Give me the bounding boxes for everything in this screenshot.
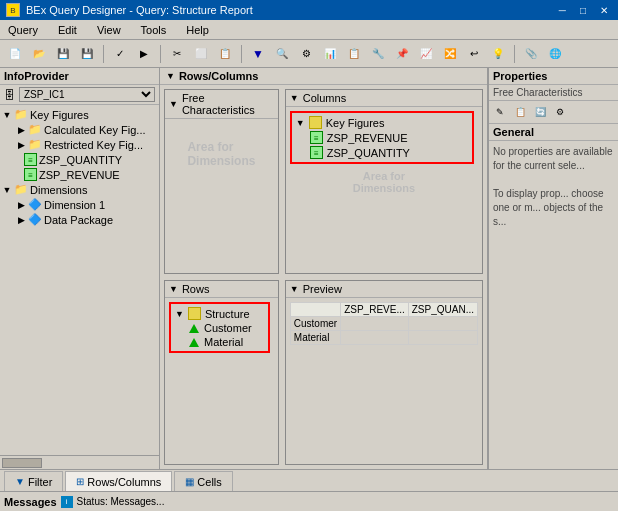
rows-header: ▼ Rows bbox=[165, 281, 278, 298]
menu-help[interactable]: Help bbox=[182, 23, 213, 37]
tb8[interactable]: 🔀 bbox=[439, 43, 461, 65]
folder-icon: 📁 bbox=[14, 108, 28, 121]
new-btn[interactable]: 📄 bbox=[4, 43, 26, 65]
tb3[interactable]: 📊 bbox=[319, 43, 341, 65]
close-btn[interactable]: ✕ bbox=[596, 5, 612, 16]
bottom-tabs: ▼ Filter ⊞ Rows/Columns ▦ Cells bbox=[0, 469, 618, 491]
tb7[interactable]: 📈 bbox=[415, 43, 437, 65]
cut-btn[interactable]: ✂ bbox=[166, 43, 188, 65]
open-btn[interactable]: 📂 bbox=[28, 43, 50, 65]
tb6[interactable]: 📌 bbox=[391, 43, 413, 65]
grid-icon: ⊞ bbox=[76, 476, 84, 487]
props-tb1[interactable]: ✎ bbox=[491, 103, 509, 121]
dim-icon: 🔷 bbox=[28, 213, 42, 226]
copy-btn[interactable]: ⬜ bbox=[190, 43, 212, 65]
check-btn[interactable]: ✓ bbox=[109, 43, 131, 65]
dim-icon: 🔷 bbox=[28, 198, 42, 211]
row-customer[interactable]: Customer bbox=[173, 321, 266, 335]
preview-body: ZSP_REVE... ZSP_QUAN... Customer bbox=[286, 298, 482, 358]
prev-expand[interactable]: ▼ bbox=[290, 284, 299, 294]
row-structure[interactable]: ▼ Structure bbox=[173, 306, 266, 321]
preview-cell-3 bbox=[341, 331, 409, 345]
props-tb4[interactable]: ⚙ bbox=[551, 103, 569, 121]
preview-section: ▼ Preview ZSP_REVE... ZSP_QUAN... bbox=[285, 280, 483, 465]
filter-btn[interactable]: ▼ bbox=[247, 43, 269, 65]
folder-icon: 📁 bbox=[14, 183, 28, 196]
col-zsp-revenue[interactable]: ≡ ZSP_REVENUE bbox=[294, 130, 470, 145]
props-toolbar: ✎ 📋 🔄 ⚙ bbox=[489, 101, 618, 124]
props-hint: To display prop... choose one or m... ob… bbox=[493, 187, 614, 229]
preview-table: ZSP_REVE... ZSP_QUAN... Customer bbox=[290, 302, 478, 345]
tb9[interactable]: ↩ bbox=[463, 43, 485, 65]
tree-data-package[interactable]: ▶ 🔷 Data Package bbox=[2, 212, 157, 227]
structure-icon bbox=[188, 307, 201, 320]
tb5[interactable]: 🔧 bbox=[367, 43, 389, 65]
scroll-thumb[interactable] bbox=[2, 458, 42, 468]
tab-rows-columns[interactable]: ⊞ Rows/Columns bbox=[65, 471, 172, 491]
save-btn[interactable]: 💾 bbox=[52, 43, 74, 65]
tb4[interactable]: 📋 bbox=[343, 43, 365, 65]
sep3 bbox=[241, 45, 242, 63]
query-btn[interactable]: 🔍 bbox=[271, 43, 293, 65]
kf-icon: ≡ bbox=[24, 153, 37, 166]
props-tb3[interactable]: 🔄 bbox=[531, 103, 549, 121]
menu-edit[interactable]: Edit bbox=[54, 23, 81, 37]
infoprovider-scrollbar[interactable] bbox=[0, 455, 159, 469]
sep1 bbox=[103, 45, 104, 63]
tb12[interactable]: 🌐 bbox=[544, 43, 566, 65]
structure-icon bbox=[309, 116, 322, 129]
preview-cell-1 bbox=[341, 317, 409, 331]
tree-dim1[interactable]: ▶ 🔷 Dimension 1 bbox=[2, 197, 157, 212]
maximize-btn[interactable]: □ bbox=[576, 5, 590, 16]
status-icon: i bbox=[61, 496, 73, 508]
props-tb2[interactable]: 📋 bbox=[511, 103, 529, 121]
tree-key-figures[interactable]: ▼ 📁 Key Figures bbox=[2, 107, 157, 122]
tab-filter[interactable]: ▼ Filter bbox=[4, 471, 63, 491]
tab-cells[interactable]: ▦ Cells bbox=[174, 471, 232, 491]
infoprovider-tree: ▼ 📁 Key Figures ▶ 📁 Calculated Key Fig..… bbox=[0, 105, 159, 455]
properties-header: Properties bbox=[489, 68, 618, 85]
minimize-btn[interactable]: ─ bbox=[555, 5, 570, 16]
col-expand[interactable]: ▼ bbox=[290, 93, 299, 103]
col-key-figures[interactable]: ▼ Key Figures bbox=[294, 115, 470, 130]
free-char-body: Area forDimensions bbox=[165, 119, 278, 189]
free-char-header: ▼ Free Characteristics bbox=[165, 90, 278, 119]
row-material[interactable]: Material bbox=[173, 335, 266, 349]
tb11[interactable]: 📎 bbox=[520, 43, 542, 65]
status-text: Status: Messages... bbox=[77, 496, 165, 507]
menu-bar: Query Edit View Tools Help bbox=[0, 20, 618, 40]
exec-btn[interactable]: ▶ bbox=[133, 43, 155, 65]
title-text: BEx Query Designer - Query: Structure Re… bbox=[26, 4, 253, 16]
prop-btn[interactable]: ⚙ bbox=[295, 43, 317, 65]
tree-restricted-kf[interactable]: ▶ 📁 Restricted Key Fig... bbox=[2, 137, 157, 152]
menu-query[interactable]: Query bbox=[4, 23, 42, 37]
rows-body: ▼ Structure Customer Material bbox=[165, 298, 278, 368]
col-zsp-quantity[interactable]: ≡ ZSP_QUANTITY bbox=[294, 145, 470, 160]
kf-icon: ≡ bbox=[24, 168, 37, 181]
tree-calc-kf[interactable]: ▶ 📁 Calculated Key Fig... bbox=[2, 122, 157, 137]
preview-cell-2 bbox=[408, 317, 477, 331]
tree-zsp-quantity[interactable]: ≡ ZSP_QUANTITY bbox=[2, 152, 157, 167]
infoprovider-selector-row: 🗄 ZSP_IC1 bbox=[0, 85, 159, 105]
toolbar: 📄 📂 💾 💾 ✓ ▶ ✂ ⬜ 📋 ▼ 🔍 ⚙ 📊 📋 🔧 📌 📈 🔀 ↩ 💡 … bbox=[0, 40, 618, 68]
paste-btn[interactable]: 📋 bbox=[214, 43, 236, 65]
row-expand[interactable]: ▼ bbox=[169, 284, 178, 294]
columns-highlight-box: ▼ Key Figures ≡ ZSP_REVENUE ≡ ZSP_QUANTI… bbox=[290, 111, 474, 164]
save-as-btn[interactable]: 💾 bbox=[76, 43, 98, 65]
properties-content: No properties are available for the curr… bbox=[489, 141, 618, 233]
props-subheader: Free Characteristics bbox=[489, 85, 618, 101]
db-icon: 🗄 bbox=[4, 89, 15, 101]
tb10[interactable]: 💡 bbox=[487, 43, 509, 65]
provider-dropdown[interactable]: ZSP_IC1 bbox=[19, 87, 155, 102]
fc-expand[interactable]: ▼ bbox=[169, 99, 178, 109]
rows-columns-panel: ▼ Rows/Columns ▼ Free Characteristics Ar… bbox=[160, 68, 488, 469]
tree-dimensions[interactable]: ▼ 📁 Dimensions bbox=[2, 182, 157, 197]
rows-section: ▼ Rows ▼ Structure Custo bbox=[164, 280, 279, 465]
rc-expand-icon[interactable]: ▼ bbox=[166, 71, 175, 81]
menu-view[interactable]: View bbox=[93, 23, 125, 37]
menu-tools[interactable]: Tools bbox=[137, 23, 171, 37]
messages-label: Messages bbox=[4, 496, 57, 508]
tree-zsp-revenue[interactable]: ≡ ZSP_REVENUE bbox=[2, 167, 157, 182]
preview-row-customer: Customer bbox=[290, 317, 477, 331]
sep4 bbox=[514, 45, 515, 63]
